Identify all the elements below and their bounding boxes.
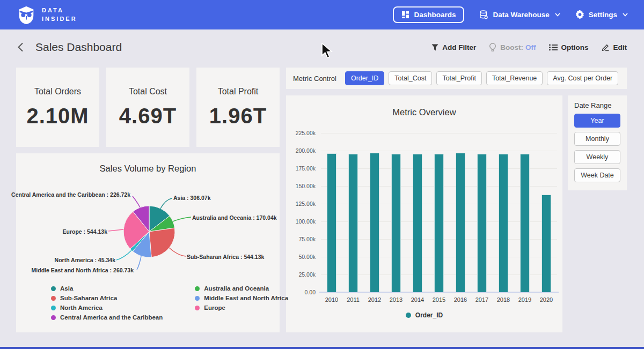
chevron-left-icon (17, 42, 24, 52)
dashboards-button[interactable]: Dashboards (393, 6, 464, 23)
leader-line-sub-saharan (169, 248, 186, 256)
legend-label: Middle East and North Africa (204, 295, 288, 301)
bar-2018 (499, 154, 508, 292)
filter-funnel-icon (431, 44, 438, 51)
y-tick-label: 25.00k (298, 271, 316, 278)
legend-dot (51, 296, 56, 301)
legend-item-middle-east-and-north-africa: Middle East and North Africa (195, 295, 288, 301)
metric-option-total-revenue[interactable]: Total_Revenue (486, 71, 543, 85)
navbar: DATA INSIDER Dashboards Data Warehouse (0, 0, 644, 29)
pie-label-central-america: Central America and the Caribbean : 226.… (11, 191, 130, 198)
legend-label: Australia and Oceania (204, 285, 269, 292)
leader-line-europe (108, 229, 123, 231)
date-range-panel: Date Range YearMonthlyWeeklyWeek Date (568, 95, 627, 190)
bar-2012 (370, 153, 379, 292)
date-range-option-week-date[interactable]: Week Date (574, 168, 620, 182)
page-title: Sales Dashboard (35, 41, 122, 54)
bar-2013 (391, 154, 401, 292)
pie-slice-sub-saharan-africa (149, 228, 175, 257)
bar-2014 (413, 154, 422, 292)
leader-line-north-america (116, 250, 131, 260)
kpi-value: 4.69T (119, 104, 177, 128)
legend-label: Order_ID (415, 311, 443, 319)
leader-line-asia (160, 198, 172, 209)
x-tick-label: 2015 (427, 296, 451, 303)
legend-column: AsiaSub-Saharan AfricaNorth AmericaCentr… (51, 285, 163, 321)
date-range-option-monthly[interactable]: Monthly (574, 132, 620, 146)
legend-item-central-america-and-the-caribbean: Central America and the Caribbean (51, 314, 163, 321)
page-header: Sales Dashboard Add Filter Boost: Off Op… (0, 29, 644, 65)
x-tick-label: 2010 (320, 296, 343, 303)
metric-option-order-id[interactable]: Order_ID (345, 71, 384, 85)
legend-dot (195, 306, 200, 310)
date-range-option-year[interactable]: Year (574, 114, 620, 128)
leader-line-australia (173, 217, 191, 221)
pie-label-sub-saharan: Sub-Saharan Africa : 544.13k (187, 254, 264, 260)
metric-control-label: Metric Control (293, 75, 336, 83)
pie-chart-legend: AsiaSub-Saharan AfricaNorth AmericaCentr… (51, 285, 288, 321)
metric-option-avg-cost-per-order[interactable]: Avg. Cost per Order (547, 71, 618, 85)
kpi-label: Total Orders (34, 87, 81, 96)
y-tick-label: 100.00k (296, 218, 316, 225)
pencil-icon (602, 43, 610, 51)
legend-dot (195, 286, 200, 291)
legend-item-north-america: North America (51, 305, 163, 311)
legend-dot (195, 296, 200, 301)
add-filter-label: Add Filter (442, 43, 476, 51)
pie-label-asia: Asia : 306.07k (173, 195, 210, 201)
date-range-label: Date Range (574, 101, 620, 109)
kpi-card-total-profit: Total Profit 1.96T (196, 68, 280, 147)
y-tick-label: 150.00k (296, 183, 316, 189)
legend-label: Europe (204, 305, 225, 311)
x-tick-label: 2018 (492, 296, 515, 303)
x-tick-label: 2017 (470, 296, 494, 303)
legend-label: Central America and the Caribbean (60, 314, 163, 321)
kpi-row: Total Orders 2.10M Total Cost 4.69T Tota… (16, 68, 280, 147)
chevron-down-icon (555, 13, 560, 17)
bar-chart-plot (321, 133, 557, 292)
pie-label-mena: Middle East and North Africa : 260.73k (32, 267, 134, 273)
options-label: Options (561, 43, 589, 51)
gear-icon (575, 10, 584, 19)
bar-2010 (327, 153, 336, 292)
y-tick-label: 175.00k (296, 165, 316, 172)
metric-option-total-cost[interactable]: Total_Cost (389, 71, 432, 85)
legend-column: Australia and OceaniaMiddle East and Nor… (195, 285, 288, 321)
bar-2011 (348, 154, 358, 292)
sales-volume-chart-card: Sales Volume by Region Asia : 306.07k Au… (16, 153, 280, 332)
leader-line-mena (137, 256, 141, 270)
settings-menu[interactable]: Settings (575, 10, 628, 19)
boost-label: Boost: (500, 43, 523, 51)
boost-toggle[interactable]: Boost: Off (489, 43, 536, 51)
boost-value: Off (525, 43, 536, 51)
legend-item-europe: Europe (195, 305, 288, 311)
x-tick-label: 2016 (449, 296, 472, 303)
legend-dot (51, 306, 56, 310)
edit-button[interactable]: Edit (602, 43, 627, 51)
legend-item-sub-saharan-africa: Sub-Saharan Africa (51, 295, 163, 301)
legend-label: Asia (60, 285, 73, 292)
legend-item-australia-and-oceania: Australia and Oceania (195, 285, 288, 292)
options-button[interactable]: Options (549, 43, 589, 51)
back-button[interactable] (17, 42, 24, 52)
x-tick-label: 2019 (513, 296, 537, 303)
footer-bar (0, 347, 644, 349)
bar-2017 (477, 154, 487, 292)
brand-text: DATA INSIDER (42, 6, 77, 24)
date-range-option-weekly[interactable]: Weekly (574, 150, 620, 164)
bar-chart-y-axis: 0.0025.00k50.00k75.00k100.00k125.00k150.… (286, 133, 316, 292)
kpi-label: Total Cost (129, 87, 167, 96)
metric-control-bar: Metric Control Order_IDTotal_CostTotal_P… (286, 68, 627, 89)
x-tick-label: 2012 (363, 296, 386, 303)
chevron-down-icon (623, 13, 628, 17)
bar-chart-title: Metric Overview (286, 107, 562, 117)
add-filter-button[interactable]: Add Filter (431, 43, 476, 51)
y-tick-label: 50.00k (298, 254, 316, 260)
brand-logo[interactable]: DATA INSIDER (16, 5, 77, 25)
y-tick-label: 125.00k (296, 201, 316, 207)
bar-2016 (456, 153, 465, 292)
metric-option-total-profit[interactable]: Total_Profit (436, 71, 482, 85)
kpi-value: 2.10M (26, 104, 89, 128)
y-tick-label: 75.00k (298, 236, 316, 242)
data-warehouse-menu[interactable]: Data Warehouse (479, 10, 560, 19)
